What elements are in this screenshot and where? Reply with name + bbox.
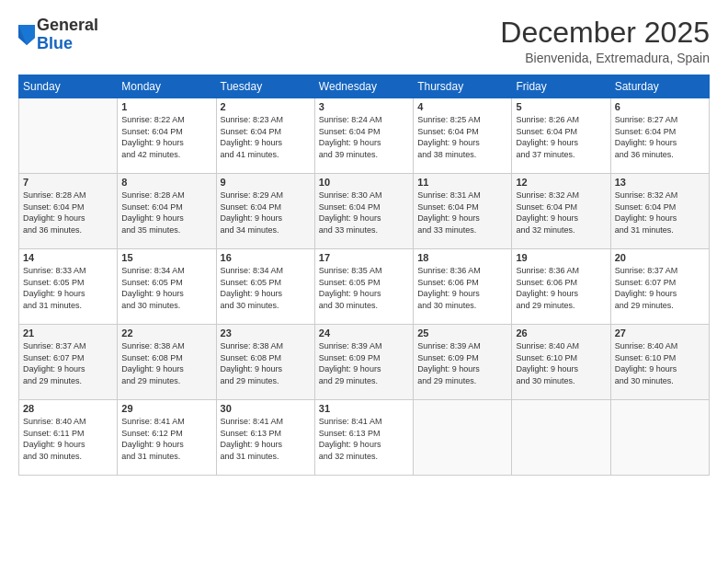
header-sunday: Sunday [19,75,118,98]
day-number: 21 [23,327,113,339]
day-info: Sunrise: 8:41 AMSunset: 6:13 PMDaylight:… [319,417,382,461]
table-row [512,400,610,476]
day-number: 16 [221,252,311,263]
day-number: 31 [319,403,409,414]
table-row: 19Sunrise: 8:36 AMSunset: 6:06 PMDayligh… [512,249,610,325]
day-info: Sunrise: 8:24 AMSunset: 6:04 PMDaylight:… [319,115,382,159]
header-saturday: Saturday [610,75,709,98]
table-row: 4Sunrise: 8:25 AMSunset: 6:04 PMDaylight… [414,98,512,174]
day-info: Sunrise: 8:37 AMSunset: 6:07 PMDaylight:… [23,341,86,385]
table-row: 25Sunrise: 8:39 AMSunset: 6:09 PMDayligh… [414,325,512,400]
table-row: 26Sunrise: 8:40 AMSunset: 6:10 PMDayligh… [512,325,610,400]
table-row: 8Sunrise: 8:28 AMSunset: 6:04 PMDaylight… [118,174,216,249]
day-info: Sunrise: 8:40 AMSunset: 6:11 PMDaylight:… [23,417,86,461]
table-row: 22Sunrise: 8:38 AMSunset: 6:08 PMDayligh… [118,325,216,400]
day-info: Sunrise: 8:29 AMSunset: 6:04 PMDaylight:… [221,190,284,235]
table-row: 15Sunrise: 8:34 AMSunset: 6:05 PMDayligh… [118,249,216,325]
day-info: Sunrise: 8:41 AMSunset: 6:12 PMDaylight:… [121,417,185,461]
table-row: 9Sunrise: 8:29 AMSunset: 6:04 PMDaylight… [216,174,314,249]
logo-blue: Blue [37,34,73,52]
month-title: December 2025 [500,17,710,49]
logo-text: General Blue [37,17,98,53]
table-row: 17Sunrise: 8:35 AMSunset: 6:05 PMDayligh… [314,249,413,325]
table-row [19,98,118,174]
day-number: 17 [319,252,409,263]
header-wednesday: Wednesday [314,75,413,98]
day-number: 7 [23,177,113,188]
day-info: Sunrise: 8:26 AMSunset: 6:04 PMDaylight:… [516,115,579,159]
table-row: 12Sunrise: 8:32 AMSunset: 6:04 PMDayligh… [512,174,610,249]
day-info: Sunrise: 8:25 AMSunset: 6:04 PMDaylight:… [417,115,481,159]
day-info: Sunrise: 8:32 AMSunset: 6:04 PMDaylight:… [516,190,579,235]
day-number: 13 [615,177,705,188]
day-number: 2 [221,101,311,112]
day-number: 3 [319,101,409,112]
calendar-week-row: 1Sunrise: 8:22 AMSunset: 6:04 PMDaylight… [19,98,710,174]
table-row: 1Sunrise: 8:22 AMSunset: 6:04 PMDaylight… [118,98,216,174]
table-row: 20Sunrise: 8:37 AMSunset: 6:07 PMDayligh… [610,249,709,325]
day-number: 10 [319,177,409,188]
day-number: 8 [121,177,211,188]
calendar: Sunday Monday Tuesday Wednesday Thursday… [18,75,710,476]
table-row: 11Sunrise: 8:31 AMSunset: 6:04 PMDayligh… [414,174,512,249]
day-info: Sunrise: 8:22 AMSunset: 6:04 PMDaylight:… [121,115,185,159]
day-info: Sunrise: 8:39 AMSunset: 6:09 PMDaylight:… [417,341,481,385]
day-info: Sunrise: 8:27 AMSunset: 6:04 PMDaylight:… [615,115,678,159]
day-info: Sunrise: 8:39 AMSunset: 6:09 PMDaylight:… [319,341,382,385]
day-info: Sunrise: 8:23 AMSunset: 6:04 PMDaylight:… [221,115,284,159]
day-info: Sunrise: 8:34 AMSunset: 6:05 PMDaylight:… [221,266,284,310]
day-number: 15 [121,252,211,263]
day-info: Sunrise: 8:28 AMSunset: 6:04 PMDaylight:… [121,190,185,235]
day-number: 30 [221,403,311,414]
calendar-week-row: 21Sunrise: 8:37 AMSunset: 6:07 PMDayligh… [19,325,710,400]
day-number: 25 [417,327,507,339]
day-info: Sunrise: 8:40 AMSunset: 6:10 PMDaylight:… [615,341,678,385]
day-number: 23 [221,327,311,339]
logo-general: General [37,16,98,34]
page: General Blue December 2025 Bienvenida, E… [0,0,728,563]
table-row: 27Sunrise: 8:40 AMSunset: 6:10 PMDayligh… [610,325,709,400]
day-info: Sunrise: 8:35 AMSunset: 6:05 PMDaylight:… [319,266,382,310]
header-thursday: Thursday [414,75,512,98]
day-number: 9 [221,177,311,188]
table-row [414,400,512,476]
day-number: 11 [417,177,507,188]
day-info: Sunrise: 8:28 AMSunset: 6:04 PMDaylight:… [23,190,86,235]
day-number: 14 [23,252,113,263]
header: General Blue December 2025 Bienvenida, E… [18,17,710,65]
table-row: 2Sunrise: 8:23 AMSunset: 6:04 PMDaylight… [216,98,314,174]
table-row: 3Sunrise: 8:24 AMSunset: 6:04 PMDaylight… [314,98,413,174]
day-number: 1 [121,101,211,112]
logo-icon [18,25,35,45]
table-row: 30Sunrise: 8:41 AMSunset: 6:13 PMDayligh… [216,400,314,476]
day-info: Sunrise: 8:30 AMSunset: 6:04 PMDaylight:… [319,190,382,235]
day-info: Sunrise: 8:38 AMSunset: 6:08 PMDaylight:… [221,341,284,385]
table-row: 28Sunrise: 8:40 AMSunset: 6:11 PMDayligh… [19,400,118,476]
day-info: Sunrise: 8:32 AMSunset: 6:04 PMDaylight:… [615,190,678,235]
day-info: Sunrise: 8:38 AMSunset: 6:08 PMDaylight:… [121,341,185,385]
table-row: 10Sunrise: 8:30 AMSunset: 6:04 PMDayligh… [314,174,413,249]
day-number: 28 [23,403,113,414]
day-number: 18 [417,252,507,263]
weekday-header-row: Sunday Monday Tuesday Wednesday Thursday… [19,75,710,98]
day-number: 27 [615,327,705,339]
day-number: 20 [615,252,705,263]
location: Bienvenida, Extremadura, Spain [500,51,710,65]
day-number: 19 [516,252,606,263]
day-info: Sunrise: 8:41 AMSunset: 6:13 PMDaylight:… [221,417,284,461]
table-row: 18Sunrise: 8:36 AMSunset: 6:06 PMDayligh… [414,249,512,325]
day-number: 22 [121,327,211,339]
calendar-week-row: 28Sunrise: 8:40 AMSunset: 6:11 PMDayligh… [19,400,710,476]
day-info: Sunrise: 8:37 AMSunset: 6:07 PMDaylight:… [615,266,678,310]
logo: General Blue [18,17,98,53]
day-number: 12 [516,177,606,188]
day-info: Sunrise: 8:36 AMSunset: 6:06 PMDaylight:… [417,266,481,310]
header-tuesday: Tuesday [216,75,314,98]
table-row: 6Sunrise: 8:27 AMSunset: 6:04 PMDaylight… [610,98,709,174]
table-row: 5Sunrise: 8:26 AMSunset: 6:04 PMDaylight… [512,98,610,174]
day-info: Sunrise: 8:33 AMSunset: 6:05 PMDaylight:… [23,266,86,310]
day-info: Sunrise: 8:40 AMSunset: 6:10 PMDaylight:… [516,341,579,385]
day-number: 5 [516,101,606,112]
table-row: 21Sunrise: 8:37 AMSunset: 6:07 PMDayligh… [19,325,118,400]
day-number: 4 [417,101,507,112]
